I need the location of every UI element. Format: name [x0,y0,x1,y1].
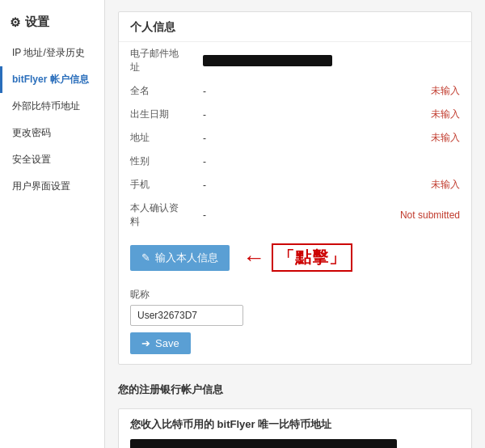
edit-button-section: ✎ 输入本人信息 ← 「點擊」 [119,234,471,280]
field-status: 未输入 [382,103,471,126]
field-value: - [192,173,382,197]
field-status: 未输入 [382,79,471,103]
table-row: 电子邮件地址 [119,42,471,79]
bitcoin-section-title: 您收入比特币用的 bitFlyer 唯一比特币地址 [130,417,460,432]
sidebar-header: ⚙ 设置 [0,8,104,40]
sidebar-item-ip-history[interactable]: IP 地址/登录历史 [0,40,104,66]
table-row: 性别 - [119,150,471,173]
nickname-label: 昵称 [130,288,460,302]
personal-info-card: 个人信息 电子邮件地址 全名 - 未输入 [118,11,472,365]
field-status: 未输入 [382,173,471,197]
email-black-box [203,55,332,66]
personal-info-title: 个人信息 [119,12,471,42]
sidebar-item-external-address[interactable]: 外部比特币地址 [0,93,104,120]
field-label: 电子邮件地址 [119,42,192,79]
bitcoin-section: 您收入比特币用的 bitFlyer 唯一比特币地址 [118,408,472,448]
field-label: 本人确认资料 [119,197,192,234]
field-value: - [192,150,382,173]
field-label: 地址 [119,126,192,150]
settings-icon: ⚙ [10,15,20,30]
sidebar-item-security-settings[interactable]: 安全设置 [0,146,104,173]
table-row: 本人确认资料 - Not submitted [119,197,471,234]
nickname-input[interactable] [130,305,243,326]
save-button[interactable]: ➔ Save [130,332,191,354]
field-status: 未输入 [382,126,471,150]
save-icon: ➔ [141,337,150,349]
bitcoin-address-box [130,439,397,448]
sidebar-title: 设置 [25,15,49,30]
field-label: 手机 [119,173,192,197]
field-label: 性别 [119,150,192,173]
table-row: 手机 - 未输入 [119,173,471,197]
annotation: ← 「點擊」 [242,243,352,272]
table-row: 全名 - 未输入 [119,79,471,103]
sidebar-item-ui-settings[interactable]: 用户界面设置 [0,173,104,200]
edit-button-label: 输入本人信息 [155,251,218,265]
field-value: - [192,126,382,150]
field-label: 全名 [119,79,192,103]
bank-section-title-container: 您的注册银行帐户信息 [118,376,472,408]
arrow-icon: ← [242,247,265,269]
main-content: 个人信息 电子邮件地址 全名 - 未输入 [105,0,485,448]
table-row: 地址 - 未输入 [119,126,471,150]
field-status [382,150,471,173]
sidebar-item-change-password[interactable]: 更改密码 [0,120,104,146]
table-row: 出生日期 - 未输入 [119,103,471,126]
edit-personal-info-button[interactable]: ✎ 输入本人信息 [130,245,230,271]
field-status [382,42,471,79]
field-value: - [192,79,382,103]
personal-info-table: 电子邮件地址 全名 - 未输入 出生日期 - 未输入 [119,42,471,234]
sidebar-item-bitflyer-account[interactable]: bitFlyer 帐户信息 [0,66,104,93]
nickname-section: 昵称 ➔ Save [119,280,471,364]
field-value: - [192,197,382,234]
bank-section-title: 您的注册银行帐户信息 [118,376,472,402]
field-status: Not submitted [382,197,471,234]
field-label: 出生日期 [119,103,192,126]
edit-icon: ✎ [141,251,150,264]
click-label: 「點擊」 [272,243,352,272]
save-button-label: Save [155,337,179,349]
field-value [192,42,382,79]
sidebar: ⚙ 设置 IP 地址/登录历史 bitFlyer 帐户信息 外部比特币地址 更改… [0,0,105,448]
field-value: - [192,103,382,126]
